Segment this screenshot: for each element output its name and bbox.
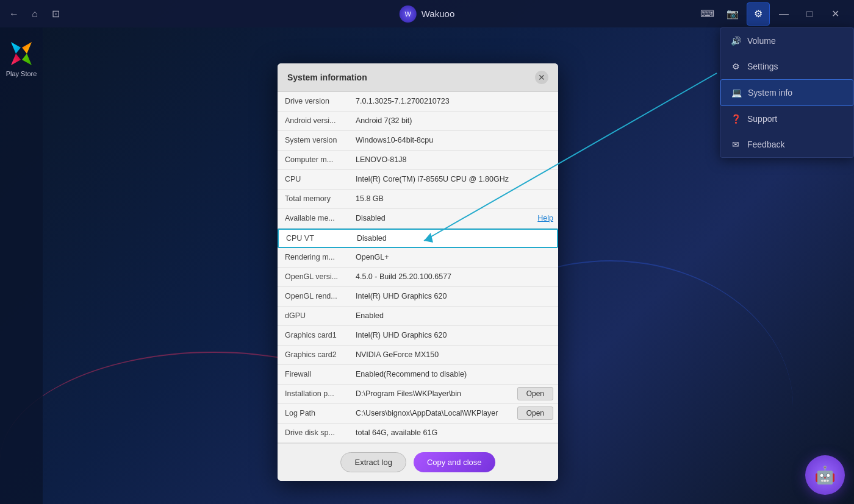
- sysinfo-icon: 💻: [731, 87, 742, 98]
- extract-log-btn[interactable]: Extract log: [340, 452, 406, 472]
- table-row: OpenGL rend... Intel(R) UHD Graphics 620: [278, 287, 558, 307]
- maximize-btn[interactable]: □: [798, 2, 821, 26]
- minimize-btn[interactable]: —: [772, 2, 795, 26]
- logpath-open-btn[interactable]: Open: [517, 406, 553, 420]
- dropdown-label-support: Support: [747, 114, 777, 124]
- row-value: Android 7(32 bit): [351, 113, 558, 129]
- row-label: Available me...: [278, 210, 351, 226]
- row-label: Firewall: [278, 366, 351, 382]
- row-label: Drive disk sp...: [278, 425, 351, 441]
- row-value: Windows10-64bit-8cpu: [351, 132, 558, 148]
- back-icon[interactable]: ←: [7, 7, 21, 21]
- table-row-cpu-vt: CPU VT Disabled: [278, 229, 558, 248]
- titlebar-left: ← ⌂ ⊡: [7, 7, 62, 21]
- home-icon[interactable]: ⌂: [28, 7, 41, 21]
- row-value: Enabled(Recommend to disable): [351, 366, 558, 382]
- table-row: Total memory 15.8 GB: [278, 190, 558, 209]
- app-logo: W: [400, 5, 417, 23]
- dialog-header: System information ✕: [278, 63, 558, 92]
- dropdown-label-settings: Settings: [747, 62, 778, 71]
- row-label: Graphics card2: [278, 347, 351, 363]
- row-value-cpu-vt: Disabled: [352, 230, 557, 246]
- row-label: Log Path: [278, 405, 351, 421]
- table-row: CPU Intel(R) Core(TM) i7-8565U CPU @ 1.8…: [278, 170, 558, 190]
- row-value: OpenGL+: [351, 249, 558, 265]
- table-row: Installation p... D:\Program Files\WKPla…: [278, 385, 558, 404]
- dialog-footer: Extract log Copy and close: [278, 443, 558, 481]
- svg-marker-1: [22, 42, 32, 54]
- row-value: D:\Program Files\WKPlayer\bin: [351, 386, 512, 402]
- titlebar-center: W Wakuoo: [400, 5, 454, 23]
- table-row: dGPU Enabled: [278, 307, 558, 326]
- dropdown-item-volume[interactable]: 🔊 Volume: [720, 28, 853, 54]
- volume-icon: 🔊: [730, 35, 741, 46]
- table-row: Drive disk sp... total 64G, available 61…: [278, 424, 558, 443]
- row-value: Disabled: [351, 210, 537, 226]
- help-link[interactable]: Help: [537, 210, 558, 226]
- titlebar: ← ⌂ ⊡ W Wakuoo ⌨ 📷 ⚙ — □ ✕: [0, 0, 854, 27]
- row-label-cpu-vt: CPU VT: [279, 230, 352, 246]
- installation-open-btn[interactable]: Open: [517, 387, 553, 400]
- dialog-title: System information: [287, 73, 367, 82]
- svg-marker-2: [11, 54, 21, 65]
- row-label: OpenGL versi...: [278, 269, 351, 285]
- dropdown-item-settings[interactable]: ⚙ Settings: [720, 54, 853, 79]
- table-row: Android versi... Android 7(32 bit): [278, 112, 558, 131]
- row-label: Computer m...: [278, 152, 351, 168]
- settings-menu-icon: ⚙: [730, 61, 741, 72]
- dropdown-menu: 🔊 Volume ⚙ Settings 💻 System info ❓ Supp…: [720, 27, 854, 158]
- row-value: Enabled: [351, 308, 558, 324]
- system-info-dialog: System information ✕ Drive version 7.0.1…: [278, 63, 558, 481]
- table-row: Rendering m... OpenGL+: [278, 248, 558, 268]
- table-row: System version Windows10-64bit-8cpu: [278, 131, 558, 151]
- feedback-icon: ✉: [730, 139, 741, 150]
- dropdown-item-sysinfo[interactable]: 💻 System info: [720, 79, 853, 106]
- table-row: Graphics card1 Intel(R) UHD Graphics 620: [278, 326, 558, 346]
- dropdown-label-sysinfo: System info: [748, 88, 792, 98]
- row-label: Installation p...: [278, 386, 351, 402]
- dropdown-item-support[interactable]: ❓ Support: [720, 106, 853, 132]
- row-value: 7.0.1.3025-7.1.2700210723: [351, 93, 558, 109]
- table-row: Computer m... LENOVO-81J8: [278, 151, 558, 170]
- sidebar-item-playstore[interactable]: Play Store: [3, 40, 40, 77]
- dropdown-item-feedback[interactable]: ✉ Feedback: [720, 132, 853, 157]
- row-value: total 64G, available 61G: [351, 425, 558, 441]
- row-label: OpenGL rend...: [278, 288, 351, 304]
- svg-marker-3: [22, 54, 32, 65]
- settings-icon[interactable]: ⚙: [747, 2, 770, 26]
- titlebar-right: ⌨ 📷 ⚙ — □ ✕: [695, 2, 847, 26]
- sidebar: Play Store: [0, 27, 43, 504]
- table-row: Log Path C:\Users\bignox\AppData\Local\W…: [278, 404, 558, 424]
- dialog-close-btn[interactable]: ✕: [535, 71, 548, 84]
- row-value: Intel(R) UHD Graphics 620: [351, 288, 558, 304]
- dialog-body: Drive version 7.0.1.3025-7.1.2700210723 …: [278, 92, 558, 443]
- keyboard-icon[interactable]: ⌨: [695, 2, 719, 26]
- table-row: Available me... Disabled Help: [278, 209, 558, 229]
- table-row: Drive version 7.0.1.3025-7.1.2700210723: [278, 92, 558, 112]
- apps-icon[interactable]: ⊡: [49, 7, 62, 21]
- table-row: Firewall Enabled(Recommend to disable): [278, 365, 558, 385]
- dropdown-label-volume: Volume: [747, 36, 776, 46]
- info-table: Drive version 7.0.1.3025-7.1.2700210723 …: [278, 92, 558, 443]
- row-label: System version: [278, 132, 351, 148]
- row-label: dGPU: [278, 308, 351, 324]
- row-label: CPU: [278, 171, 351, 187]
- screenshot-icon[interactable]: 📷: [721, 2, 744, 26]
- dropdown-label-feedback: Feedback: [747, 140, 784, 149]
- row-value: 4.5.0 - Build 25.20.100.6577: [351, 269, 558, 285]
- close-btn[interactable]: ✕: [824, 2, 847, 26]
- row-value: Intel(R) Core(TM) i7-8565U CPU @ 1.80GHz: [351, 171, 558, 187]
- row-label: Drive version: [278, 93, 351, 109]
- row-value: NVIDIA GeForce MX150: [351, 347, 558, 363]
- row-value: 15.8 GB: [351, 191, 558, 207]
- svg-marker-0: [11, 42, 21, 54]
- play-store-label: Play Store: [6, 70, 37, 77]
- copy-close-btn[interactable]: Copy and close: [414, 452, 495, 472]
- row-label: Android versi...: [278, 113, 351, 129]
- row-label: Graphics card1: [278, 327, 351, 343]
- row-label: Rendering m...: [278, 249, 351, 265]
- app-title: Wakuoo: [422, 9, 454, 19]
- table-row: Graphics card2 NVIDIA GeForce MX150: [278, 346, 558, 365]
- support-icon: ❓: [730, 113, 741, 124]
- play-store-svg-icon: [7, 40, 35, 68]
